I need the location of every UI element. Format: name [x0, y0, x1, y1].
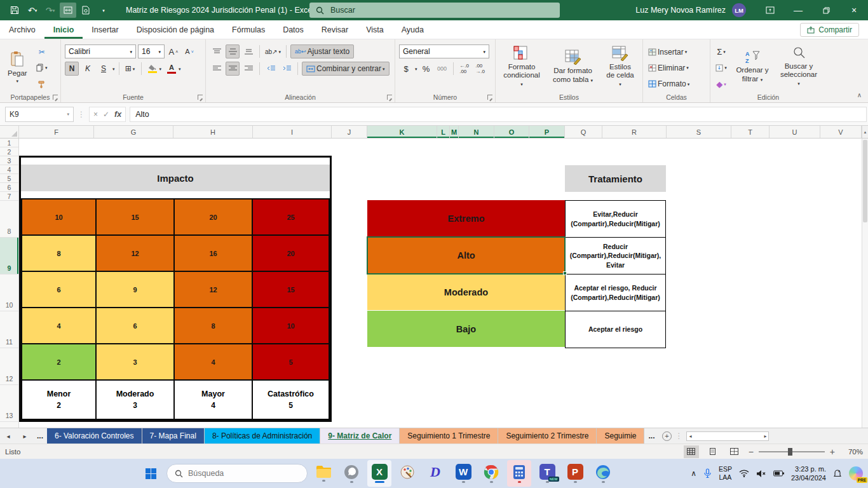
treatment-cell[interactable]: Aceptar el riesgo, Reducir (Compartir),R…: [565, 274, 666, 311]
paste-button[interactable]: Pegar ▾: [4, 43, 31, 91]
row-header[interactable]: 5: [0, 174, 18, 183]
name-box[interactable]: K9 ▾: [5, 107, 74, 122]
wrap-text-button[interactable]: ab↩ Ajustar texto: [290, 44, 354, 58]
whatsapp-icon[interactable]: [339, 460, 363, 487]
vertical-scrollbar[interactable]: [862, 139, 868, 428]
matrix-cell[interactable]: 16: [175, 236, 252, 271]
align-bottom-icon[interactable]: [241, 44, 255, 58]
paint-icon[interactable]: [395, 460, 419, 487]
number-dialog-launcher-icon[interactable]: [487, 95, 492, 100]
font-color-icon[interactable]: A ▾: [165, 62, 182, 76]
align-left-icon[interactable]: [210, 62, 224, 76]
matrix-cell[interactable]: 6: [97, 308, 173, 343]
decrease-indent-icon[interactable]: [264, 62, 278, 76]
row-header[interactable]: 2: [0, 147, 18, 156]
print-preview-icon[interactable]: [78, 3, 94, 18]
word-icon[interactable]: W: [451, 460, 475, 487]
risk-level-cell-selected[interactable]: Alto: [367, 237, 565, 274]
customize-qat-icon[interactable]: ▾: [95, 3, 112, 18]
underline-button[interactable]: S: [97, 62, 111, 76]
tray-chevron-up-icon[interactable]: ∧: [691, 469, 696, 478]
teams-icon[interactable]: T NEW: [535, 460, 559, 487]
treatment-cell[interactable]: Aceptar el riesgo: [565, 311, 666, 348]
share-button[interactable]: Compartir: [800, 23, 859, 37]
column-header[interactable]: P: [529, 126, 565, 138]
insert-function-icon[interactable]: fx: [114, 110, 121, 119]
sheet-tabs-overflow-left[interactable]: ...: [33, 428, 47, 444]
row-header[interactable]: 6: [0, 183, 18, 192]
battery-icon[interactable]: [773, 470, 784, 477]
copilot-icon[interactable]: PRE: [849, 466, 863, 480]
notification-bell-icon[interactable]: z: [833, 469, 842, 478]
zoom-level[interactable]: 70%: [841, 448, 863, 456]
orientation-icon[interactable]: ab↗▾: [264, 44, 282, 58]
clipboard-dialog-launcher-icon[interactable]: [53, 95, 58, 100]
column-header[interactable]: N: [459, 126, 494, 138]
taskbar-search[interactable]: [166, 464, 308, 483]
decrease-decimal-icon[interactable]: .00→.0: [473, 62, 487, 76]
impact-scale-cell[interactable]: Moderado3: [97, 381, 173, 419]
increase-decimal-icon[interactable]: ←.0.00: [458, 62, 471, 76]
chrome-icon[interactable]: [479, 460, 503, 487]
increase-indent-icon[interactable]: [280, 62, 294, 76]
redo-button[interactable]: ↷▾: [42, 3, 58, 18]
impacto-title[interactable]: Impacto: [21, 165, 330, 191]
conditional-formatting-button[interactable]: Formato condicional ▾: [499, 43, 544, 91]
cell-styles-button[interactable]: Estilos de celda ▾: [602, 43, 639, 91]
matrix-cell[interactable]: 2: [22, 344, 95, 379]
zoom-slider[interactable]: [759, 451, 825, 452]
matrix-cell[interactable]: 8: [175, 308, 252, 343]
touch-mouse-mode-icon[interactable]: [60, 3, 76, 18]
align-center-icon[interactable]: [226, 62, 240, 76]
fill-handle[interactable]: [563, 271, 567, 275]
matrix-cell[interactable]: 4: [175, 344, 252, 379]
alignment-dialog-launcher-icon[interactable]: [387, 95, 392, 100]
matrix-cell[interactable]: 8: [22, 236, 95, 271]
column-header[interactable]: T: [731, 126, 770, 138]
fill-color-icon[interactable]: ▾: [146, 62, 163, 76]
matrix-cell[interactable]: 25: [253, 200, 329, 234]
percent-format-icon[interactable]: %: [419, 62, 433, 76]
select-all-corner[interactable]: [0, 126, 19, 138]
collapse-ribbon-icon[interactable]: ∧: [857, 92, 862, 98]
number-format-select[interactable]: General▾: [399, 44, 489, 58]
cancel-entry-icon[interactable]: ×: [93, 110, 98, 119]
matrix-cell[interactable]: 3: [97, 344, 173, 379]
search-box[interactable]: [309, 3, 560, 18]
scrollbar-thumb[interactable]: [863, 140, 867, 222]
tab-vista[interactable]: Vista: [357, 20, 393, 39]
start-button[interactable]: [139, 461, 163, 486]
calculator-icon[interactable]: [507, 460, 531, 487]
file-explorer-icon[interactable]: [311, 460, 336, 487]
grid-content[interactable]: Impacto 10 15 20 25 8 12 16 20 6 9 12 15…: [19, 139, 862, 428]
currency-format-icon[interactable]: $: [399, 62, 413, 76]
add-sheet-icon[interactable]: +: [658, 428, 675, 444]
comma-format-icon[interactable]: 000: [435, 62, 449, 76]
increase-font-icon[interactable]: A˄: [166, 44, 180, 58]
tab-inicio[interactable]: Inicio: [44, 20, 83, 39]
treatment-cell[interactable]: Evitar,Reducir (Compartir),Reducir(Mitig…: [565, 200, 666, 238]
hscroll-right-icon[interactable]: ▸: [764, 433, 766, 439]
insert-cells-button[interactable]: Insertar▾: [647, 45, 706, 58]
zoom-slider-thumb[interactable]: [788, 448, 792, 456]
scroll-up-icon[interactable]: ▲: [862, 126, 868, 138]
find-select-button[interactable]: Buscar y seleccionar ▾: [776, 43, 821, 91]
delete-cells-button[interactable]: Eliminar▾: [647, 61, 706, 74]
row-header[interactable]: 11: [0, 311, 18, 348]
edge-icon[interactable]: [591, 460, 615, 487]
column-header[interactable]: H: [173, 126, 253, 138]
cut-icon[interactable]: ✂: [35, 45, 49, 58]
risk-level-cell[interactable]: Bajo: [367, 311, 565, 348]
row-header[interactable]: 13: [0, 385, 18, 422]
sort-filter-button[interactable]: AZ Ordenar y filtrar ▾: [732, 43, 773, 91]
zoom-in-icon[interactable]: +: [830, 447, 835, 457]
tab-revisar[interactable]: Revisar: [313, 20, 357, 39]
matrix-cell[interactable]: 12: [97, 236, 173, 271]
bold-button[interactable]: N: [65, 62, 79, 76]
avatar[interactable]: LM: [732, 3, 746, 17]
column-header[interactable]: J: [332, 126, 367, 138]
align-top-icon[interactable]: [210, 44, 224, 58]
risk-level-cell[interactable]: Extremo: [367, 200, 565, 237]
column-header[interactable]: G: [94, 126, 173, 138]
clock[interactable]: 3:23 p. m. 23/04/2024: [791, 464, 826, 483]
